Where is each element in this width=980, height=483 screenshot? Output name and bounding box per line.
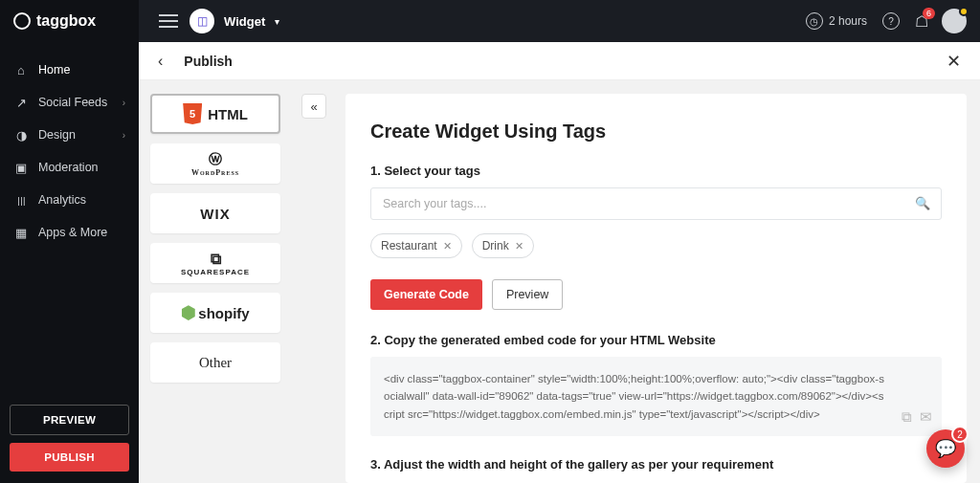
chevron-down-icon: ▾ [275,16,279,27]
moderation-icon: ▣ [13,160,29,175]
step-3-label: 3. Adjust the width and height of the ga… [370,457,942,472]
platform-label: Other [199,355,232,371]
logo-text: taggbox [36,12,96,30]
widget-icon: ◫ [189,9,214,33]
notifications-button[interactable]: ☖ 6 [915,12,928,31]
embed-code-box: <div class="taggbox-container" style="wi… [370,357,942,436]
search-icon: 🔍 [915,196,930,210]
apps-icon: ▦ [13,225,29,240]
sidebar-item-design[interactable]: ◑ Design › [0,119,139,151]
trial-label: 2 hours [829,14,867,28]
page-header: ‹ Publish ✕ [139,42,980,80]
avatar[interactable] [942,9,967,33]
platform-label: SQUARESPACE [181,268,250,276]
tag-label: Drink [482,239,509,252]
sidebar-item-label: Moderation [38,161,99,174]
platform-html[interactable]: 5HTML [150,94,280,134]
step-1-label: 1. Select your tags [370,164,942,178]
platform-other[interactable]: Other [150,342,280,383]
sidebar-item-label: Analytics [38,193,86,207]
selected-tags: Restaurant ✕ Drink ✕ [370,233,942,258]
sidebar-item-label: Social Feeds [38,96,107,109]
platform-label: shopify [198,305,249,321]
sidebar: taggbox ⌂ Home ↗ Social Feeds › ◑ Design… [0,0,139,483]
nav: ⌂ Home ↗ Social Feeds › ◑ Design › ▣ Mod… [0,42,139,397]
sidebar-item-label: Apps & More [38,226,107,239]
sidebar-item-label: Home [38,63,70,77]
logo[interactable]: taggbox [0,0,139,42]
platform-squarespace[interactable]: ⧉ SQUARESPACE [150,243,280,283]
sidebar-item-apps[interactable]: ▦ Apps & More [0,216,139,249]
tag-chip-drink: Drink ✕ [472,233,534,258]
chat-icon: 💬 [935,438,956,459]
main-heading: Create Widget Using Tags [370,121,942,143]
close-button[interactable]: ✕ [947,51,961,72]
help-icon: ? [882,12,900,30]
generate-code-button[interactable]: Generate Code [370,279,482,310]
platform-label: WordPress [191,168,239,177]
collapse-platforms-button[interactable]: « [301,94,326,119]
trial-time[interactable]: ◷ 2 hours [806,12,867,30]
preview-widget-button[interactable]: Preview [492,279,563,310]
remove-tag-icon[interactable]: ✕ [515,240,523,252]
chat-launcher[interactable]: 💬 2 [926,429,965,468]
analytics-icon: ⫼ [13,192,29,208]
tag-label: Restaurant [381,239,437,252]
design-icon: ◑ [13,127,29,143]
home-icon: ⌂ [13,62,29,77]
platform-label: WIX [200,206,230,222]
feeds-icon: ↗ [13,95,29,110]
publish-button[interactable]: PUBLISH [10,443,129,472]
embed-code-text[interactable]: <div class="taggbox-container" style="wi… [384,373,884,420]
logo-icon [13,12,31,30]
platform-shopify[interactable]: ⬢shopify [150,293,280,333]
main-panel: Create Widget Using Tags 1. Select your … [345,94,967,483]
chevron-right-icon: › [122,130,125,141]
tag-search-input[interactable] [370,187,942,220]
platform-label: HTML [208,106,248,122]
page-title: Publish [184,54,233,69]
copy-code-icon[interactable]: ⧉ [902,406,912,428]
topbar: ◫ Widget ▾ ◷ 2 hours ? ☖ 6 [0,0,980,42]
sidebar-item-home[interactable]: ⌂ Home [0,54,139,86]
help-button[interactable]: ? [882,12,900,30]
step-2-label: 2. Copy the generated embed code for you… [370,333,942,347]
clock-icon: ◷ [806,12,823,30]
sidebar-item-social-feeds[interactable]: ↗ Social Feeds › [0,86,139,119]
widget-label: Widget [224,14,265,29]
chevron-right-icon: › [122,98,125,108]
preview-button[interactable]: PREVIEW [10,405,129,435]
chat-badge: 2 [951,426,969,443]
sidebar-item-moderation[interactable]: ▣ Moderation [0,151,139,184]
sidebar-item-analytics[interactable]: ⫼ Analytics [0,184,139,216]
remove-tag-icon[interactable]: ✕ [443,240,452,252]
sidebar-buttons: PREVIEW PUBLISH [0,397,139,483]
email-code-icon[interactable]: ✉ [920,406,932,428]
platform-wordpress[interactable]: ⓦ WordPress [150,143,280,184]
tag-chip-restaurant: Restaurant ✕ [370,233,462,258]
widget-selector[interactable]: ◫ Widget ▾ [189,9,279,33]
back-button[interactable]: ‹ [158,53,163,70]
platform-list: 5HTML ⓦ WordPress WIX ⧉ SQUARESPACE ⬢sho… [139,80,292,483]
content: 5HTML ⓦ WordPress WIX ⧉ SQUARESPACE ⬢sho… [139,80,980,483]
notification-count: 6 [923,8,935,19]
avatar-alert-dot [959,7,969,16]
menu-icon[interactable] [159,14,178,28]
platform-wix[interactable]: WIX [150,193,280,233]
sidebar-item-label: Design [38,128,76,142]
